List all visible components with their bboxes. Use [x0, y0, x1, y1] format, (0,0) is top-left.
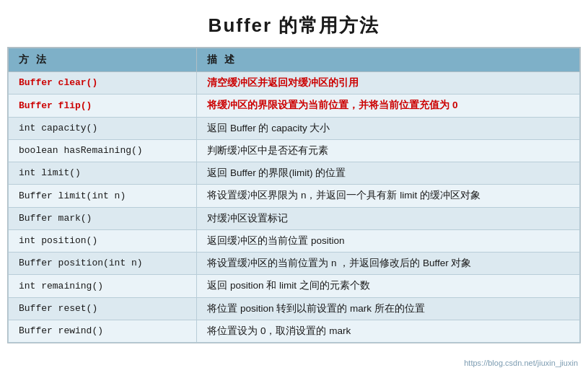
desc-cell: 将位置设为 0，取消设置的 mark: [197, 320, 580, 342]
watermark: https://blog.csdn.net/jiuxin_jiuxin: [464, 359, 578, 367]
desc-cell: 将设置缓冲区的当前位置为 n ，并返回修改后的 Buffer 对象: [197, 253, 580, 275]
methods-table: 方 法 描 述 Buffer clear()清空缓冲区并返回对缓冲区的引用Buf…: [8, 48, 580, 343]
desc-cell: 返回 Buffer 的 capacity 大小: [197, 117, 580, 139]
col-header-method: 方 法: [9, 48, 197, 72]
table-row: Buffer flip()将缓冲区的界限设置为当前位置，并将当前位置充值为 0: [9, 95, 580, 117]
page-title: Buffer 的常用方法: [0, 0, 588, 47]
table-row: Buffer rewind()将位置设为 0，取消设置的 mark: [9, 320, 580, 342]
table-wrapper: 方 法 描 述 Buffer clear()清空缓冲区并返回对缓冲区的引用Buf…: [7, 47, 581, 343]
table-row: Buffer clear()清空缓冲区并返回对缓冲区的引用: [9, 72, 580, 95]
method-cell: int capacity(): [9, 117, 197, 139]
method-cell: Buffer mark(): [9, 207, 197, 229]
table-row: Buffer reset()将位置 position 转到以前设置的 mark …: [9, 297, 580, 320]
method-cell: Buffer rewind(): [9, 320, 197, 342]
desc-cell: 返回缓冲区的当前位置 position: [197, 229, 580, 252]
table-row: int remaining()返回 position 和 limit 之间的元素…: [9, 275, 580, 297]
table-row: int capacity()返回 Buffer 的 capacity 大小: [9, 117, 580, 139]
desc-cell: 判断缓冲区中是否还有元素: [197, 139, 580, 162]
table-row: int limit()返回 Buffer 的界限(limit) 的位置: [9, 162, 580, 185]
table-row: Buffer position(int n)将设置缓冲区的当前位置为 n ，并返…: [9, 253, 580, 275]
method-cell: Buffer position(int n): [9, 253, 197, 275]
desc-cell: 清空缓冲区并返回对缓冲区的引用: [197, 72, 580, 95]
desc-cell: 将位置 position 转到以前设置的 mark 所在的位置: [197, 297, 580, 320]
method-cell: Buffer reset(): [9, 297, 197, 320]
desc-cell: 将缓冲区的界限设置为当前位置，并将当前位置充值为 0: [197, 95, 580, 117]
desc-cell: 返回 Buffer 的界限(limit) 的位置: [197, 162, 580, 185]
table-header-row: 方 法 描 述: [9, 48, 580, 72]
method-cell: Buffer flip(): [9, 95, 197, 117]
table-row: Buffer mark()对缓冲区设置标记: [9, 207, 580, 229]
desc-cell: 对缓冲区设置标记: [197, 207, 580, 229]
desc-cell: 返回 position 和 limit 之间的元素个数: [197, 275, 580, 297]
table-row: boolean hasRemaining()判断缓冲区中是否还有元素: [9, 139, 580, 162]
col-header-desc: 描 述: [197, 48, 580, 72]
method-cell: Buffer limit(int n): [9, 185, 197, 207]
desc-cell: 将设置缓冲区界限为 n，并返回一个具有新 limit 的缓冲区对象: [197, 185, 580, 207]
method-cell: int position(): [9, 229, 197, 252]
table-row: Buffer limit(int n)将设置缓冲区界限为 n，并返回一个具有新 …: [9, 185, 580, 207]
method-cell: int remaining(): [9, 275, 197, 297]
table-row: int position()返回缓冲区的当前位置 position: [9, 229, 580, 252]
method-cell: Buffer clear(): [9, 72, 197, 95]
method-cell: int limit(): [9, 162, 197, 185]
method-cell: boolean hasRemaining(): [9, 139, 197, 162]
page-container: Buffer 的常用方法 方 法 描 述 Buffer clear()清空缓冲区…: [0, 0, 588, 373]
